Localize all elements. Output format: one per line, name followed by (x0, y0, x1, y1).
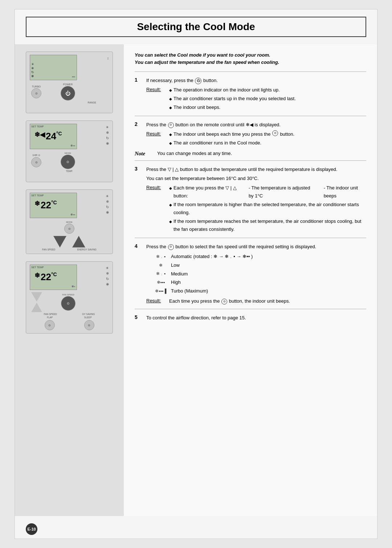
remote-4-set-temp: SET TEMP (31, 266, 44, 269)
step-4-num: 4 (135, 243, 142, 249)
remote-1-btn-row: TURBO ⊙ POWER ⏻ (30, 83, 109, 101)
section-step-1: 1 If necessary, press the ⏻ button. Resu… (135, 71, 366, 116)
remote-4-labels: FAN SPEED GY SAVING (30, 313, 109, 315)
remote-2-btn-row: 1HR ⊙ ⊙ MODE ⊙ (30, 152, 109, 169)
remote-4-up-btn[interactable] (31, 303, 42, 312)
step-3-content: Press the ▽ | △ button to adjust the tem… (146, 166, 366, 234)
fan-speed-icon-2: ⊙ (221, 299, 227, 304)
remote-4-top: SET TEMP ❄ 22°C ❋▪ ☀ ❄ ↻ ❋ (30, 265, 109, 290)
left-panel: ☀ ❄ ↻ ❋ ▪▪▪ ↕ TURBO (15, 44, 124, 516)
step-5-row: 5 To control the airflow direction, refe… (135, 314, 366, 323)
step-3-result-3: If the room temperature reaches the set … (169, 217, 366, 233)
remote-4-temp: ❄ 22°C (34, 271, 74, 283)
remote-1-side-icons: ↕ (107, 55, 109, 60)
remote-4-fan-row: ❋▪ (72, 285, 75, 288)
page-content: ☀ ❄ ↻ ❋ ▪▪▪ ↕ TURBO (15, 41, 377, 520)
page: Selecting the Cool Mode ☀ ❄ ↻ ❋ ▪▪▪ (15, 9, 377, 539)
remote-4-sleep-btn[interactable]: ⊙ (84, 320, 94, 330)
step-3-result: Result: Each time you press the ▽ | △ bu… (146, 184, 366, 234)
remote-3-down-btn[interactable] (53, 236, 66, 248)
step-2-row: 2 Press the ⊙ button on the remote contr… (135, 121, 366, 148)
remote-1-fan-row: ▪▪▪ (72, 75, 75, 78)
remote-3-display: SET TEMP ❄ 22°C ❋▪▪ (30, 193, 77, 218)
remote-3: SET TEMP ❄ 22°C ❋▪▪ ☀ ❄ ↻ ❋ (26, 189, 113, 254)
step-1-result-3: The indoor unit beeps. (169, 103, 296, 111)
remote-4-display: SET TEMP ❄ 22°C ❋▪ (30, 265, 77, 290)
remote-3-labels: FAN SPEED ENERGY SAVING (30, 248, 109, 251)
remote-2-fan-row: ❋▪▪ (70, 144, 75, 147)
section-step-4: 4 Press the ⊙ button to select the fan s… (135, 238, 366, 309)
right-panel: You can select the Cool mode if you want… (124, 44, 377, 516)
step-4-row: 4 Press the ⊙ button to select the fan s… (135, 243, 366, 305)
step-5-num: 5 (135, 314, 142, 320)
mode-icon-2: ⊙ (168, 122, 174, 128)
remote-2: SET TEMP ❄◀ 24°C ❋▪▪ ☀ ❄ ↻ ❋ (26, 120, 113, 182)
step-4-content: Press the ⊙ button to select the fan spe… (146, 243, 366, 305)
power-icon-1: ⏻ (195, 78, 201, 84)
page-title: Selecting the Cool Mode (34, 21, 358, 33)
remote-4-down-btn[interactable] (31, 292, 42, 302)
step-3-result-2: If the room temperature is higher than t… (169, 201, 366, 217)
fan-high-row: ❄▪▪▪ High (154, 279, 366, 286)
remote-2-temp: ❄◀ 24°C (34, 131, 74, 142)
page-header: Selecting the Cool Mode (26, 17, 366, 37)
remote-1-display: ☀ ❄ ↻ ❋ ▪▪▪ (30, 55, 77, 80)
step-5-content: To control the airflow direction, refer … (146, 314, 366, 323)
intro-text: You can select the Cool mode if you want… (135, 52, 366, 66)
note-label: Note (135, 151, 153, 157)
fan-speed-icon: ⊙ (168, 244, 174, 250)
mode-icon-2b: ⊙ (272, 130, 278, 136)
remote-4-bottom-labels: FLAP SLEEP (30, 316, 109, 319)
fan-medium-row: ❄﹒▪ Medium (154, 270, 366, 278)
step-3-num: 3 (135, 166, 142, 172)
remote-3-temp: ❄ 22°C (34, 200, 74, 211)
remote-1: ☀ ❄ ↻ ❋ ▪▪▪ ↕ TURBO (26, 52, 113, 113)
remote-4-flap-btn[interactable]: ⊙ (45, 320, 55, 330)
section-step-5: 5 To control the airflow direction, refe… (135, 309, 366, 327)
fan-turbo-row: ❄▪▪▪▐ Turbo (Maximum) (154, 287, 366, 295)
remote-4-side-icons: ☀ ❄ ↻ ❋ (106, 265, 109, 286)
fan-auto-row: ❄﹒▪ Automatic (rotated : ❄ → ❄﹒▪ → ❄▪▪ ) (154, 253, 366, 261)
note-text: You can change modes at any time. (157, 151, 232, 156)
page-number-badge: E-10 (26, 523, 37, 535)
remote-3-mode-btn[interactable]: ⊙ (64, 224, 74, 234)
fan-low-row: ❄ Low (154, 262, 366, 269)
remote-2-1hr-btn[interactable]: ⊙ (31, 157, 41, 167)
step-2-result-1: The indoor unit beeps each time you pres… (169, 130, 294, 138)
step-1-result-2: The air conditioner starts up in the mod… (169, 95, 296, 103)
remote-1-labels: RANGE (30, 101, 109, 104)
remote-2-labels: TEMP. (30, 170, 109, 172)
step-4-result: Result: Each time you press the ⊙ button… (146, 297, 366, 305)
remote-1-turbo-group: TURBO ⊙ (31, 85, 41, 98)
remote-3-set-temp: SET TEMP (31, 194, 44, 197)
remote-1-turbo-btn[interactable]: ⊙ (31, 88, 41, 98)
step-2-result-2: The air conditioner runs in the Cool mod… (169, 139, 294, 147)
remote-3-up-btn[interactable] (72, 236, 85, 248)
remote-3-side-icons: ☀ ❄ ↻ ❋ (106, 193, 109, 214)
remote-2-mode-btn[interactable]: ⊙ (61, 155, 75, 169)
remote-1-power-btn[interactable]: ⏻ (61, 86, 75, 101)
remote-3-top: SET TEMP ❄ 22°C ❋▪▪ ☀ ❄ ↻ ❋ (30, 193, 109, 218)
remote-1-top: ☀ ❄ ↻ ❋ ▪▪▪ ↕ (30, 55, 109, 80)
section-step-2: 2 Press the ⊙ button on the remote contr… (135, 116, 366, 160)
section-step-3: 3 Press the ▽ | △ button to adjust the t… (135, 160, 366, 238)
note-row: Note You can change modes at any time. (135, 151, 366, 157)
remote-4-fan-speed-btn[interactable]: ⊙ (61, 296, 75, 311)
step-3-row: 3 Press the ▽ | △ button to adjust the t… (135, 166, 366, 234)
step-3-result-1: Each time you press the ▽ | △ button: - … (169, 184, 366, 200)
step-1-num: 1 (135, 77, 142, 83)
step-1-content: If necessary, press the ⏻ button. Result… (146, 77, 366, 112)
remote-4: SET TEMP ❄ 22°C ❋▪ ☀ ❄ ↻ ❋ (26, 261, 113, 334)
step-1-result: Result: The operation indicator on the i… (146, 86, 366, 112)
step-1-row: 1 If necessary, press the ⏻ button. Resu… (135, 77, 366, 112)
remote-2-set-temp: SET TEMP (31, 125, 44, 128)
step-2-num: 2 (135, 121, 142, 127)
remote-1-mode-icons: ☀ ❄ ↻ ❋ (31, 62, 34, 78)
step-1-result-1: The operation indicator on the indoor un… (169, 86, 296, 94)
remote-3-fan-row: ❋▪▪ (70, 213, 75, 216)
remote-2-side-icons: ☀ ❄ ↻ ❋ (106, 124, 109, 146)
step-2-result: Result: The indoor unit beeps each time … (146, 130, 366, 148)
remote-2-display: SET TEMP ❄◀ 24°C ❋▪▪ (30, 124, 77, 149)
remote-3-btn-row: MODE ⊙ (30, 221, 109, 234)
remote-2-top: SET TEMP ❄◀ 24°C ❋▪▪ ☀ ❄ ↻ ❋ (30, 124, 109, 149)
